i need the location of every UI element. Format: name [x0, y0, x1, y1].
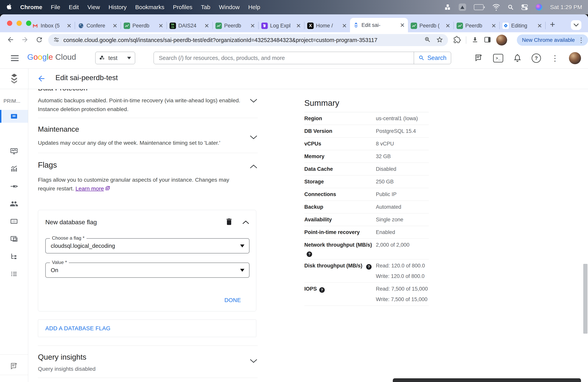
tab-edit-sai-peerdb-test-active[interactable]: Edit sai- ✕: [350, 18, 408, 32]
tab-dais24[interactable]: DAIS DAIS24 ✕: [167, 19, 212, 32]
project-selector[interactable]: test: [95, 52, 135, 64]
new-tab-button[interactable]: +: [550, 19, 555, 30]
flag-value-select[interactable]: Value * On: [45, 263, 250, 278]
tab-log-explorer[interactable]: Log Expl ✕: [259, 19, 304, 32]
grid-app-icon[interactable]: [445, 4, 451, 10]
address-bar[interactable]: console.cloud.google.com/sql/instances/s…: [48, 34, 448, 46]
url-text[interactable]: console.cloud.google.com/sql/instances/s…: [63, 37, 421, 43]
siri-icon[interactable]: [536, 4, 542, 11]
account-avatar[interactable]: [569, 52, 581, 64]
menubar-clock[interactable]: Sat 1:29 PM: [550, 4, 582, 11]
sidebar-collapse-button[interactable]: [0, 380, 28, 382]
download-icon[interactable]: [471, 36, 479, 44]
forward-button[interactable]: [21, 36, 29, 44]
browser-profile-avatar[interactable]: [496, 35, 507, 45]
tab-search-button[interactable]: [571, 20, 581, 30]
scrollbar-thumb[interactable]: [583, 264, 588, 334]
menubar-item-help[interactable]: Help: [248, 4, 260, 11]
flags-collapse-icon[interactable]: [249, 164, 258, 170]
sidebar-item-system-insights[interactable]: [0, 145, 28, 158]
help-icon[interactable]: ?: [366, 264, 372, 270]
tab-peerdb-3[interactable]: Peerdb ( ✕: [408, 19, 453, 32]
tab-close-icon[interactable]: ✕: [537, 22, 543, 29]
add-database-flag-button[interactable]: ADD A DATABASE FLAG: [38, 319, 256, 337]
sidebar-item-connections[interactable]: [0, 180, 28, 193]
apple-menu-icon[interactable]: [7, 3, 12, 11]
browser-menu-icon[interactable]: ⋮: [578, 37, 585, 43]
flag-card-collapse-icon[interactable]: [242, 220, 250, 226]
gcloud-search-input[interactable]: [154, 55, 414, 61]
more-options-icon[interactable]: ⋮: [551, 54, 559, 62]
menubar-item-tab[interactable]: Tab: [201, 4, 210, 11]
tab-close-icon[interactable]: ✕: [342, 22, 347, 29]
cloud-sql-logo-icon[interactable]: [9, 73, 20, 85]
minimize-window-button[interactable]: [17, 21, 22, 26]
tab-close-icon[interactable]: ✕: [66, 22, 72, 29]
tab-editing[interactable]: Editing ✕: [500, 19, 545, 32]
tab-close-icon[interactable]: ✕: [491, 22, 497, 29]
control-center-icon[interactable]: [521, 4, 528, 10]
triangle-app-icon[interactable]: [459, 3, 466, 11]
menubar-item-bookmarks[interactable]: Bookmarks: [135, 4, 164, 11]
sidebar-item-overview[interactable]: [0, 110, 28, 123]
sidebar-item-replicas[interactable]: [0, 250, 28, 263]
tab-postgres-conference[interactable]: Confere ✕: [75, 19, 121, 32]
gcloud-search-button[interactable]: Search: [414, 52, 451, 64]
tab-close-icon[interactable]: ✕: [296, 22, 301, 29]
gcloud-search-bar[interactable]: Search: [154, 52, 451, 64]
notifications-bell-icon[interactable]: [513, 54, 522, 63]
tab-x-home[interactable]: X Home / ✕: [304, 19, 350, 32]
help-icon[interactable]: ?: [307, 252, 312, 257]
side-panel-icon[interactable]: [484, 36, 491, 44]
close-window-button[interactable]: [7, 21, 12, 26]
chrome-update-pill[interactable]: New Chrome available ⋮: [517, 34, 588, 46]
back-button[interactable]: [7, 36, 14, 44]
battery-icon[interactable]: [474, 4, 485, 10]
menubar-item-profiles[interactable]: Profiles: [173, 4, 192, 11]
sidebar-item-release-notes[interactable]: [0, 360, 28, 372]
menubar-item-history[interactable]: History: [108, 4, 126, 11]
tab-close-icon[interactable]: ✕: [250, 22, 255, 29]
menubar-item-edit[interactable]: Edit: [69, 4, 79, 11]
reload-button[interactable]: [35, 36, 43, 44]
tab-peerdb-4[interactable]: Peerdb ✕: [454, 19, 499, 32]
sidebar-item-query-insights[interactable]: [0, 162, 28, 175]
learn-more-link[interactable]: Learn more: [75, 185, 104, 191]
tab-close-icon[interactable]: ✕: [445, 22, 451, 29]
menubar-item-file[interactable]: File: [51, 4, 60, 11]
release-notes-icon[interactable]: [474, 53, 483, 63]
sidebar-item-users[interactable]: [0, 197, 28, 210]
background-window-edge[interactable]: [393, 378, 581, 382]
sidebar-item-backups[interactable]: [0, 233, 28, 245]
tab-close-icon[interactable]: ✕: [158, 22, 164, 29]
bookmark-star-icon[interactable]: [436, 36, 443, 44]
data-protection-expand-icon[interactable]: [249, 98, 258, 104]
help-icon[interactable]: ?: [532, 53, 541, 63]
tab-peerdb-1[interactable]: Peerdb ✕: [121, 19, 167, 32]
back-arrow-button[interactable]: [37, 74, 46, 84]
spotlight-icon[interactable]: [508, 4, 514, 10]
zoom-page-icon[interactable]: [424, 36, 431, 44]
cloud-shell-icon[interactable]: >_: [493, 54, 503, 63]
choose-flag-select[interactable]: Choose a flag * cloudsql.logical_decodin…: [45, 238, 250, 254]
done-button[interactable]: DONE: [224, 297, 241, 303]
menubar-item-view[interactable]: View: [87, 4, 100, 11]
tab-close-icon[interactable]: ✕: [204, 22, 210, 29]
sidebar-item-operations[interactable]: [0, 267, 28, 280]
tab-peerdb-2[interactable]: Peerdb ✕: [213, 19, 258, 32]
delete-flag-icon[interactable]: [225, 217, 233, 227]
menubar-item-window[interactable]: Window: [219, 4, 240, 11]
extensions-icon[interactable]: [453, 36, 461, 44]
nav-menu-icon[interactable]: [11, 55, 19, 61]
sidebar-item-databases[interactable]: [0, 215, 28, 228]
tab-close-icon[interactable]: ✕: [399, 22, 405, 29]
tab-close-icon[interactable]: ✕: [112, 22, 118, 29]
site-settings-icon[interactable]: [53, 36, 60, 44]
help-icon[interactable]: ?: [319, 287, 325, 293]
gcloud-logo[interactable]: Google Cloud: [27, 53, 76, 62]
query-insights-expand-icon[interactable]: [249, 358, 258, 364]
menubar-app-name[interactable]: Chrome: [20, 4, 42, 11]
wifi-icon[interactable]: [493, 4, 500, 11]
tab-gmail-inbox[interactable]: Inbox (5 ✕: [29, 19, 75, 32]
maintenance-expand-icon[interactable]: [249, 135, 258, 141]
